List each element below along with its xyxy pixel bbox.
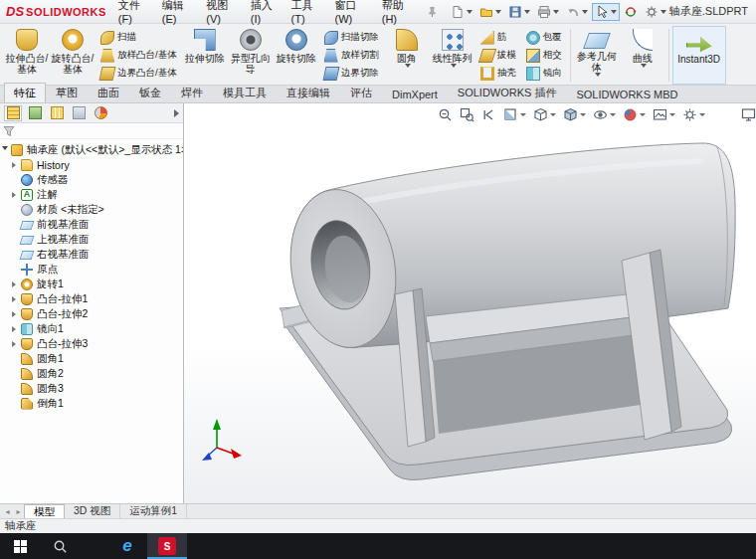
taskbar-search-button[interactable] [40,533,80,559]
bearing-seat-model[interactable] [280,143,735,480]
pin-menubar-icon[interactable] [427,6,438,18]
menu-file[interactable]: 文件(F) [112,0,156,28]
instant3d-button[interactable]: Instant3D [672,26,726,85]
zoom-area-icon[interactable] [460,107,474,122]
tree-item-material[interactable]: 材质 <未指定> [0,202,183,217]
sweep-cut-button[interactable]: 扫描切除 [322,29,381,46]
filter-funnel-icon[interactable] [3,125,15,137]
menu-insert[interactable]: 插入(I) [245,0,285,28]
tree-item-fillet1[interactable]: 圆角1 [0,351,183,366]
tree-item-mirror1[interactable]: 镜向1 [0,321,183,336]
menu-view[interactable]: 视图(V) [200,0,245,28]
start-button[interactable] [0,533,40,559]
intersect-button[interactable]: 相交 [524,47,564,64]
rebuild-button[interactable] [621,3,641,21]
new-document-button[interactable] [448,3,475,21]
tree-item-fillet2[interactable]: 圆角2 [0,366,183,381]
expand-caret-icon[interactable] [12,192,16,198]
dimxpertmanager-tab[interactable] [70,105,88,121]
expand-caret-icon[interactable] [12,296,16,302]
model-tab[interactable]: 模型 [24,504,65,518]
tab-sheet-metal[interactable]: 钣金 [129,83,171,102]
open-button[interactable] [476,3,504,21]
tree-item-boss-extrude1[interactable]: 凸台-拉伸1 [0,291,183,306]
boundary-cut-button[interactable]: 边界切除 [322,65,381,82]
edge-browser-button[interactable]: e [107,533,147,559]
expand-caret-icon[interactable] [12,326,16,332]
tab-scroll-right-icon[interactable]: ▸ [13,504,24,518]
propertymanager-tab[interactable] [26,105,44,121]
select-arrow-button[interactable] [592,3,620,21]
rib-button[interactable]: 筋 [478,29,518,46]
view-settings-icon[interactable] [682,107,705,122]
tree-item-sensors[interactable]: 传感器 [0,172,183,187]
tab-scroll-left-icon[interactable]: ◂ [2,504,13,518]
tree-item-right-plane[interactable]: 右视基准面 [0,247,183,262]
expand-caret-icon[interactable] [12,311,16,317]
tab-mold-tools[interactable]: 模具工具 [213,83,277,102]
configurationmanager-tab[interactable] [48,105,66,121]
sweep-button[interactable]: 扫描 [98,29,179,46]
tree-item-chamfer1[interactable]: 倒角1 [0,396,183,411]
linear-pattern-button[interactable]: 线性阵列 [430,26,475,85]
tree-item-history[interactable]: History [0,157,183,172]
previous-view-icon[interactable] [481,107,496,122]
menu-tools[interactable]: 工具(T) [285,0,329,28]
displaymanager-tab[interactable] [92,105,109,121]
linear-pattern-dropdown-icon[interactable] [451,64,457,68]
wrap-button[interactable]: 包覆 [524,29,564,46]
loft-cut-button[interactable]: 放样切割 [322,47,381,64]
zoom-fit-icon[interactable] [438,107,453,122]
mirror-button[interactable]: 镜向 [524,65,564,82]
reference-geometry-dropdown-icon[interactable] [595,73,601,77]
tree-item-top-plane[interactable]: 上视基准面 [0,232,183,247]
tree-item-boss-extrude2[interactable]: 凸台-拉伸2 [0,306,183,321]
tab-sketch[interactable]: 草图 [46,83,88,102]
tree-item-front-plane[interactable]: 前视基准面 [0,217,183,232]
tree-root-part[interactable]: 轴承座 (默认<<默认>_显示状态 1>) [0,142,183,157]
tree-item-boss-extrude3[interactable]: 凸台-拉伸3 [0,336,183,351]
fillet-button[interactable]: 圆角 [384,26,430,85]
tree-item-annotations[interactable]: 注解 [0,187,183,202]
print-button[interactable] [534,3,562,21]
extrude-boss-button[interactable]: 拉伸凸台/基体 [4,26,50,85]
apply-scene-icon[interactable] [653,107,675,122]
undo-button[interactable] [563,3,591,21]
motion-study-tab[interactable]: 运动算例1 [120,504,187,518]
extrude-cut-button[interactable]: 拉伸切除 [182,26,228,85]
reference-geometry-button[interactable]: 参考几何体 [574,26,620,85]
tab-features[interactable]: 特征 [4,83,46,102]
expand-caret-icon[interactable] [12,162,16,168]
options-gear-button[interactable] [642,3,669,21]
solidworks-taskbar-button[interactable]: S [147,533,187,559]
tree-item-revolve1[interactable]: 旋转1 [0,277,183,291]
3d-views-tab[interactable]: 3D 视图 [65,504,120,518]
revolve-boss-button[interactable]: 旋转凸台/基体 [50,26,95,85]
hole-wizard-button[interactable]: 异型孔向导 [228,26,274,85]
tab-solidworks-addins[interactable]: SOLIDWORKS 插件 [448,83,567,102]
save-button[interactable] [505,3,533,21]
tab-direct-editing[interactable]: 直接编辑 [277,83,340,102]
revolve-cut-button[interactable]: 旋转切除 [274,26,319,85]
menu-help[interactable]: 帮助(H) [376,0,421,28]
collapse-caret-icon[interactable] [2,146,8,153]
panel-expand-chevron-icon[interactable] [174,109,179,117]
tree-item-fillet3[interactable]: 圆角3 [0,381,183,396]
menu-edit[interactable]: 编辑(E) [156,0,201,28]
tab-dimxpert[interactable]: DimXpert [382,86,448,102]
view-orientation-icon[interactable] [533,107,556,122]
tab-evaluate[interactable]: 评估 [340,83,382,102]
shell-button[interactable]: 抽壳 [478,65,518,82]
tree-item-origin[interactable]: 原点 [0,262,183,277]
boundary-boss-button[interactable]: 边界凸台/基体 [98,65,179,82]
tab-weldments[interactable]: 焊件 [171,83,213,102]
display-style-icon[interactable] [563,107,586,122]
loft-button[interactable]: 放样凸台/基体 [98,47,179,64]
hide-show-items-icon[interactable] [593,107,616,122]
model-canvas[interactable] [184,103,756,503]
fillet-dropdown-icon[interactable] [405,64,411,68]
curves-button[interactable]: 曲线 [620,26,665,85]
tab-solidworks-mbd[interactable]: SOLIDWORKS MBD [566,86,687,102]
draft-button[interactable]: 拔模 [478,47,518,64]
menu-window[interactable]: 窗口(W) [329,0,376,28]
